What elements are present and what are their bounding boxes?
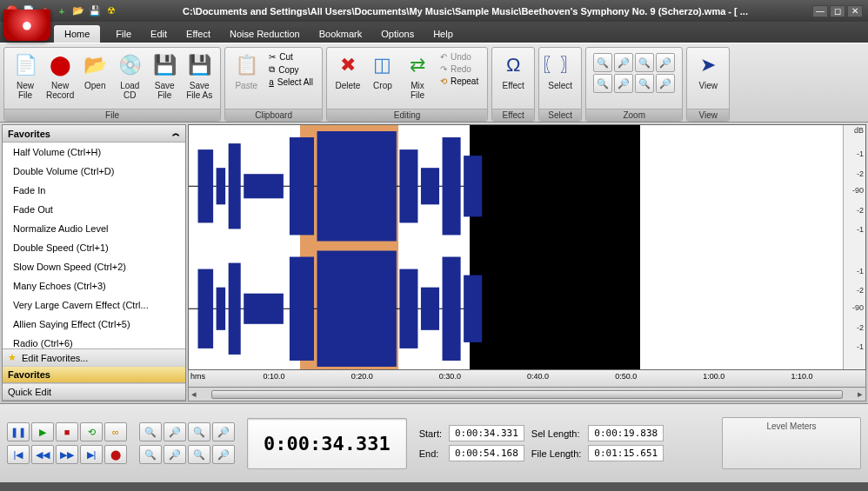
zoom-sel-button[interactable]: 🔍 bbox=[635, 53, 654, 72]
repeat-button[interactable]: ⟲Repeat bbox=[437, 76, 482, 87]
list-item[interactable]: Radio (Ctrl+6) bbox=[3, 334, 185, 348]
list-item[interactable]: Fade Out bbox=[3, 200, 185, 219]
save-as-button[interactable]: 💾Save File As bbox=[182, 50, 217, 102]
zoom-right-button[interactable]: 🔎 bbox=[656, 74, 675, 93]
maximize-button[interactable]: ◻ bbox=[830, 5, 845, 17]
record-icon: ⬤ bbox=[46, 51, 74, 79]
menu-noise-reduction[interactable]: Noise Reduction bbox=[221, 25, 309, 43]
zoom-r-button[interactable]: 🔎 bbox=[212, 445, 235, 464]
menus: File Edit Effect Noise Reduction Bookmar… bbox=[107, 25, 461, 43]
save-file-button[interactable]: 💾Save File bbox=[147, 50, 182, 102]
quick-edit-tab-button[interactable]: Quick Edit bbox=[3, 383, 185, 401]
favorites-tab-button[interactable]: Favorites bbox=[3, 366, 185, 383]
menu-help[interactable]: Help bbox=[424, 25, 462, 43]
svg-rect-4 bbox=[244, 174, 284, 198]
list-item[interactable]: Double Speed (Ctrl+1) bbox=[3, 238, 185, 257]
zoom-vin-button[interactable]: 🔍 bbox=[139, 445, 162, 464]
list-item[interactable]: Many Echoes (Ctrl+3) bbox=[3, 276, 185, 295]
list-item[interactable]: Very Large Cavern Effect (Ctrl... bbox=[3, 295, 185, 315]
loop-toggle-button[interactable]: ∞ bbox=[104, 422, 127, 441]
list-item[interactable]: Slow Down Speed (Ctrl+2) bbox=[3, 257, 185, 276]
zoom-out-v-button[interactable]: 🔎 bbox=[614, 74, 633, 93]
forward-button[interactable]: ▶▶ bbox=[56, 445, 78, 464]
menu-options[interactable]: Options bbox=[372, 25, 423, 43]
waveform-left bbox=[189, 125, 494, 248]
timecode-display: 0:00:34.331 bbox=[247, 418, 407, 469]
scrollbar-thumb[interactable] bbox=[211, 390, 843, 399]
qa-save-icon[interactable]: 💾 bbox=[88, 4, 102, 18]
end-label: End: bbox=[419, 448, 442, 459]
start-value: 0:00:34.331 bbox=[449, 425, 524, 441]
time-ruler[interactable]: hms 0:10.0 0:20.0 0:30.0 0:40.0 0:50.0 1… bbox=[188, 370, 866, 388]
goto-end-button[interactable]: ▶| bbox=[80, 445, 103, 464]
zoom-out-h-button[interactable]: 🔎 bbox=[614, 53, 633, 72]
rewind-button[interactable]: ◀◀ bbox=[31, 445, 54, 464]
play-button[interactable]: ▶ bbox=[31, 422, 54, 441]
horizontal-scrollbar[interactable]: ◂ ▸ bbox=[188, 388, 866, 401]
new-file-button[interactable]: 📄New File bbox=[8, 50, 43, 102]
svg-rect-5 bbox=[290, 137, 314, 235]
zoom-controls: 🔍 🔎 🔍 🔎 🔍 🔎 🔍 🔎 bbox=[139, 422, 235, 464]
list-item[interactable]: Allien Saying Effect (Ctrl+5) bbox=[3, 315, 185, 334]
stop-button[interactable]: ■ bbox=[56, 422, 78, 441]
svg-rect-8 bbox=[421, 168, 439, 204]
menu-edit[interactable]: Edit bbox=[142, 25, 176, 43]
zoom-in-button[interactable]: 🔍 bbox=[139, 422, 162, 441]
qa-burn-icon[interactable]: ☢ bbox=[104, 4, 118, 18]
crop-button[interactable]: ◫Crop bbox=[365, 50, 400, 92]
edit-favorites-button[interactable]: ★ Edit Favorites... bbox=[3, 348, 185, 366]
cut-button[interactable]: ✂Cut bbox=[265, 51, 317, 63]
qa-open-icon[interactable]: 📂 bbox=[71, 4, 85, 18]
delete-button[interactable]: ✖Delete bbox=[331, 50, 365, 92]
window-title: C:\Documents and Settings\All Users\Docu… bbox=[118, 6, 812, 17]
sidebar-header: Favorites ︽ bbox=[3, 125, 185, 143]
list-item[interactable]: Fade In bbox=[3, 181, 185, 200]
app-menu-button[interactable]: ● bbox=[3, 10, 50, 41]
goto-start-button[interactable]: |◀ bbox=[7, 445, 30, 464]
load-cd-button[interactable]: 💿Load CD bbox=[112, 50, 147, 102]
pause-button[interactable]: ❚❚ bbox=[7, 422, 30, 441]
mix-file-button[interactable]: ⇄Mix File bbox=[400, 50, 435, 102]
zoom-left-button[interactable]: 🔍 bbox=[635, 74, 654, 93]
qa-plus-icon[interactable]: + bbox=[55, 4, 69, 18]
menu-effect[interactable]: Effect bbox=[177, 25, 219, 43]
zoom-in-h-button[interactable]: 🔍 bbox=[593, 53, 612, 72]
play-loop-button[interactable]: ⟲ bbox=[80, 422, 103, 441]
effect-icon: Ω bbox=[499, 51, 527, 79]
select-button[interactable]: 〖〗Select bbox=[543, 50, 578, 92]
select-all-button[interactable]: aSelect All bbox=[265, 76, 317, 88]
selection-info: Start: 0:00:34.331 Sel Length: 0:00:19.8… bbox=[419, 425, 664, 461]
zoom-full-button[interactable]: 🔎 bbox=[656, 53, 675, 72]
menubar: ● Home File Edit Effect Noise Reduction … bbox=[0, 22, 868, 43]
svg-rect-21 bbox=[464, 275, 482, 342]
tab-home[interactable]: Home bbox=[54, 25, 100, 43]
new-record-button[interactable]: ⬤New Record bbox=[43, 50, 77, 102]
svg-rect-1 bbox=[198, 149, 214, 222]
scroll-right-icon[interactable]: ▸ bbox=[855, 388, 865, 400]
zoom-l-button[interactable]: 🔍 bbox=[188, 445, 210, 464]
effect-button[interactable]: ΩEffect bbox=[496, 50, 531, 92]
view-button[interactable]: ➤View bbox=[691, 50, 725, 92]
close-button[interactable]: ✕ bbox=[847, 5, 863, 17]
zoom-vout-button[interactable]: 🔎 bbox=[164, 445, 186, 464]
record-button[interactable]: ⬤ bbox=[104, 445, 127, 464]
delete-icon: ✖ bbox=[334, 51, 362, 79]
zoom-all-button[interactable]: 🔎 bbox=[212, 422, 235, 441]
minimize-button[interactable]: — bbox=[812, 5, 828, 17]
zoom-in-v-button[interactable]: 🔍 bbox=[593, 74, 612, 93]
list-item[interactable]: Normalize Audio Level bbox=[3, 219, 185, 238]
waveform-canvas[interactable] bbox=[189, 125, 843, 369]
menu-bookmark[interactable]: Bookmark bbox=[310, 25, 371, 43]
selection-region-b[interactable] bbox=[470, 125, 640, 369]
cut-icon: ✂ bbox=[269, 52, 276, 62]
zoom-sel-button2[interactable]: 🔍 bbox=[188, 422, 210, 441]
menu-file[interactable]: File bbox=[107, 25, 140, 43]
save-icon: 💾 bbox=[150, 51, 178, 79]
list-item[interactable]: Half Volume (Ctrl+H) bbox=[3, 143, 185, 162]
list-item[interactable]: Double Volume (Ctrl+D) bbox=[3, 162, 185, 181]
copy-button[interactable]: ⧉Copy bbox=[265, 63, 317, 76]
zoom-out-button[interactable]: 🔎 bbox=[164, 422, 186, 441]
collapse-icon[interactable]: ︽ bbox=[172, 128, 180, 139]
scroll-left-icon[interactable]: ◂ bbox=[189, 388, 199, 400]
open-button[interactable]: 📂Open bbox=[77, 50, 112, 92]
